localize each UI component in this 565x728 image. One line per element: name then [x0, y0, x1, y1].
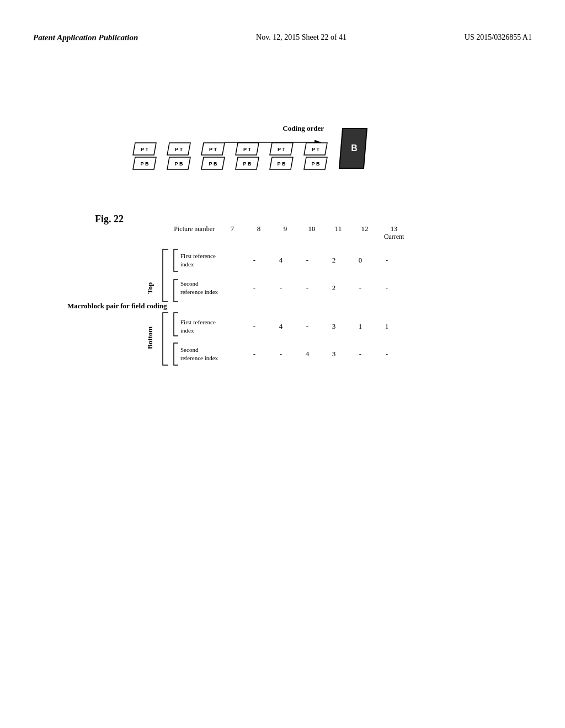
para-b-13: B — [336, 126, 369, 170]
top-first-ref-10: 2 — [321, 256, 347, 265]
publication-date-sheet: Nov. 12, 2015 Sheet 22 of 41 — [256, 33, 347, 42]
rows-container: First referenceindex - 4 - 2 0 - Secondr… — [180, 247, 432, 368]
bottom-second-ref-9: 4 — [294, 350, 321, 358]
pic-num-11: 11 — [325, 224, 351, 233]
top-first-ref-label: First referenceindex — [180, 252, 241, 268]
pic-num-9: 9 — [272, 224, 299, 233]
svg-text:P T: P T — [243, 147, 251, 152]
pic-num-12: 12 — [351, 224, 378, 233]
bottom-first-ref-11: 1 — [347, 322, 374, 331]
bottom-first-ref-10: 3 — [321, 322, 347, 331]
para-pb-8-bot: P B — [165, 156, 193, 170]
top-second-ref-7: - — [241, 283, 268, 292]
top-second-ref-9: - — [294, 283, 321, 292]
bottom-first-ref-7: - — [241, 322, 268, 331]
para-pb-10-bot: P B — [233, 156, 261, 170]
content-area: Fig. 22 Macroblock pair for field coding… — [34, 65, 531, 699]
data-table-area: Picture number 7 8 9 10 11 12 13Current … — [142, 224, 432, 368]
top-first-ref-11: 0 — [347, 256, 374, 265]
top-second-ref-label: Secondreference index — [180, 280, 241, 296]
coding-order-label: Coding order — [219, 124, 329, 133]
bottom-second-ref-8: - — [268, 350, 294, 358]
picture-number-label: Picture number — [142, 225, 219, 233]
pic-num-8: 8 — [246, 224, 272, 233]
top-second-ref-10: 2 — [321, 283, 347, 292]
para-pb-11-bot: P B — [268, 156, 295, 170]
bottom-second-ref-row: Secondreference index - - 4 3 - - — [180, 340, 432, 368]
top-first-ref-9: - — [294, 256, 321, 265]
top-first-ref-8: 4 — [268, 256, 294, 265]
bottom-second-ref-12: - — [374, 350, 400, 358]
bottom-first-ref-8: 4 — [268, 322, 294, 331]
top-first-ref-7: - — [241, 256, 268, 265]
top-second-ref-8: - — [268, 283, 294, 292]
shapes-container: P T P B P T P B — [131, 142, 374, 170]
top-bottom-labels: Top Bottom — [142, 247, 158, 368]
top-first-ref-12: - — [374, 256, 400, 265]
figure-label: Fig. 22 — [95, 213, 124, 225]
svg-text:P B: P B — [209, 161, 217, 167]
svg-text:P B: P B — [141, 161, 149, 167]
page: Patent Application Publication Nov. 12, … — [0, 0, 565, 728]
bracketed-data: Top Bottom — [142, 247, 432, 368]
svg-text:P T: P T — [278, 147, 285, 152]
outer-bracket — [158, 247, 170, 368]
para-pb-12-bot: P B — [302, 156, 329, 170]
picture-number-row: Picture number 7 8 9 10 11 12 13Current — [142, 224, 432, 241]
publication-number: US 2015/0326855 A1 — [465, 33, 532, 42]
top-second-ref-12: - — [374, 283, 400, 292]
top-second-ref-row: Secondreference index - - - 2 - - — [180, 274, 432, 302]
top-second-ref-11: - — [347, 283, 374, 292]
bottom-first-ref-label: First referenceindex — [180, 318, 241, 334]
bottom-second-ref-11: - — [347, 350, 374, 358]
page-header: Patent Application Publication Nov. 12, … — [33, 33, 532, 42]
svg-text:P B: P B — [243, 161, 252, 167]
group-spacer — [180, 302, 432, 313]
svg-text:P T: P T — [175, 147, 183, 152]
bottom-first-ref-9: - — [294, 322, 321, 331]
svg-text:P B: P B — [175, 161, 183, 167]
svg-text:P T: P T — [209, 147, 217, 152]
bottom-second-ref-10: 3 — [321, 350, 347, 358]
bottom-second-ref-7: - — [241, 350, 268, 358]
top-label: Top — [142, 247, 158, 313]
para-pt-11-top: P T — [268, 142, 295, 156]
bottom-label: Bottom — [142, 313, 158, 368]
para-pb-9-bot: P B — [199, 156, 227, 170]
pic-num-10: 10 — [299, 224, 325, 233]
svg-text:P B: P B — [278, 161, 286, 167]
para-pt-8-top: P T — [165, 142, 193, 156]
pic-num-7: 7 — [219, 224, 246, 233]
para-pt-12-top: P T — [302, 142, 329, 156]
publication-title: Patent Application Publication — [33, 33, 138, 42]
para-pt-10-top: P T — [233, 142, 261, 156]
svg-text:B: B — [351, 143, 358, 153]
para-pb-7-bot: P B — [131, 156, 158, 170]
para-pt-7-top: P T — [131, 142, 158, 156]
svg-text:P T: P T — [312, 147, 319, 152]
svg-text:P B: P B — [312, 161, 320, 167]
para-pt-9-top: P T — [199, 142, 227, 156]
bottom-first-ref-12: 1 — [374, 322, 400, 331]
bottom-first-ref-row: First referenceindex - 4 - 3 1 1 — [180, 313, 432, 340]
inner-bracket-top — [170, 247, 180, 368]
pic-num-13: 13Current — [378, 225, 410, 241]
top-first-ref-row: First referenceindex - 4 - 2 0 - — [180, 247, 432, 274]
svg-text:P T: P T — [141, 147, 148, 152]
bottom-second-ref-label: Secondreference index — [180, 346, 241, 362]
